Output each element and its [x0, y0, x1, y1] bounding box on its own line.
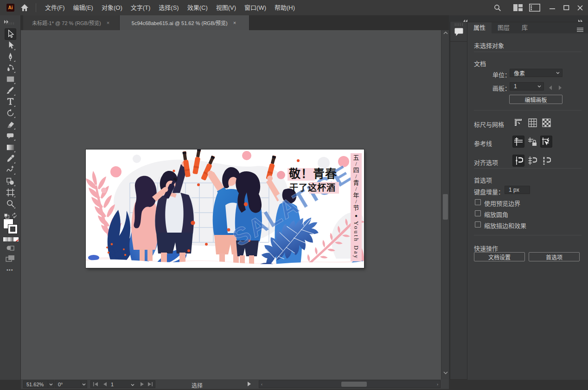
type-tool[interactable] — [5, 97, 16, 107]
lock-guides-icon[interactable] — [527, 136, 538, 147]
minimize-button[interactable] — [545, 0, 559, 15]
curvature-tool[interactable] — [5, 63, 16, 73]
menu-object[interactable]: 对象(O) — [97, 0, 127, 15]
zoom-dropdown-icon[interactable] — [48, 380, 54, 388]
scroll-down-icon[interactable] — [441, 371, 449, 378]
artboard-label: 画板： — [492, 84, 511, 92]
rectangle-tool[interactable] — [5, 74, 16, 84]
selection-tool[interactable] — [5, 29, 16, 39]
workspace-switcher-icon[interactable] — [511, 0, 525, 15]
panel-divider — [474, 168, 582, 169]
edit-artboards-button[interactable]: 编辑画板 — [509, 95, 562, 104]
rotate-tool[interactable] — [5, 108, 16, 118]
scroll-left-icon[interactable]: ‹ — [261, 382, 262, 387]
gradient-tool[interactable] — [5, 142, 16, 153]
vertical-scrollbar[interactable] — [441, 30, 449, 379]
comments-panel-icon[interactable] — [454, 27, 464, 39]
document-tab-active[interactable]: 5c94c68abe615.ai @ 51.62 % (RGB/预览) × — [120, 15, 249, 30]
quick-actions-header: 快速操作 — [474, 244, 498, 253]
last-artboard-icon[interactable] — [146, 382, 154, 387]
lasso-tool[interactable] — [5, 130, 16, 141]
show-guides-icon[interactable] — [513, 136, 524, 147]
search-icon[interactable] — [491, 0, 505, 15]
zoom-tool[interactable] — [5, 198, 16, 209]
stroke-color-swatch[interactable] — [8, 224, 18, 236]
show-transparency-grid-icon[interactable] — [541, 117, 552, 128]
illustrator-logo-icon[interactable]: Ai — [6, 4, 14, 12]
artboard-dropdown[interactable]: 1 — [510, 82, 544, 91]
artboard[interactable]: SALATIGE 敬！青春 干了这杯酒 五/四/青/年/节 ● Youth Da… — [86, 150, 364, 268]
keyboard-increment-field[interactable]: 1 px — [505, 186, 530, 194]
menu-type[interactable]: 文字(T) — [127, 0, 155, 15]
use-preview-bounds-checkbox[interactable] — [475, 199, 481, 205]
tab-properties[interactable]: 属性 — [467, 22, 492, 33]
previous-artboard-nav-icon[interactable] — [549, 84, 552, 91]
paintbrush-tool[interactable] — [5, 85, 16, 96]
show-grid-icon[interactable] — [527, 117, 538, 128]
artboard-number-value[interactable]: 1 — [111, 382, 114, 387]
horizontal-scrollbar[interactable]: ‹ › — [259, 380, 441, 388]
use-preview-bounds-label: 使用预览边界 — [484, 199, 520, 208]
tab-title: 5c94c68abe615.ai @ 51.62 % (RGB/预览) — [132, 19, 228, 26]
color-mode-button[interactable] — [3, 237, 8, 241]
menu-edit[interactable]: 编辑(E) — [69, 0, 97, 15]
toolbar-grip[interactable] — [6, 22, 15, 25]
eraser-tool[interactable] — [5, 119, 16, 130]
artboard-dropdown-icon[interactable] — [130, 383, 135, 387]
next-artboard-icon[interactable] — [138, 382, 146, 387]
next-artboard-nav-icon[interactable] — [558, 84, 562, 91]
rotation-value: 0° — [58, 382, 63, 387]
menu-select[interactable]: 选择(S) — [154, 0, 183, 15]
panel-divider — [474, 110, 582, 110]
scroll-up-icon[interactable] — [441, 32, 449, 38]
menu-file[interactable]: 文件(F) — [41, 0, 69, 15]
tab-close-icon[interactable]: × — [232, 20, 237, 26]
scale-strokes-effects-checkbox[interactable] — [475, 221, 481, 228]
tab-libraries[interactable]: 库 — [516, 22, 534, 33]
document-canvas[interactable]: SALATIGE 敬！青春 干了这杯酒 五/四/青/年/节 ● Youth Da… — [21, 30, 441, 379]
first-artboard-icon[interactable] — [91, 382, 100, 387]
menu-view[interactable]: 视图(V) — [212, 0, 240, 15]
tab-close-icon[interactable]: × — [106, 20, 110, 26]
previous-artboard-icon[interactable] — [101, 382, 109, 387]
shaper-tool[interactable] — [5, 164, 16, 175]
maximize-button[interactable] — [559, 0, 573, 15]
document-setup-button[interactable]: 文档设置 — [474, 252, 525, 261]
dock-header — [449, 15, 588, 22]
arrange-documents-icon[interactable] — [528, 0, 542, 15]
panel-menu-icon[interactable] — [577, 26, 583, 30]
unit-dropdown[interactable]: 像素 — [510, 69, 562, 77]
close-button[interactable] — [573, 0, 587, 15]
preferences-button[interactable]: 首选项 — [529, 252, 580, 261]
menu-window[interactable]: 窗口(W) — [240, 0, 270, 15]
vertical-scroll-thumb[interactable] — [443, 194, 448, 220]
draw-normal-mode-icon[interactable] — [6, 245, 14, 254]
horizontal-scroll-thumb[interactable] — [341, 382, 367, 387]
eyedropper-tool[interactable] — [5, 153, 16, 164]
scroll-right-icon[interactable]: › — [437, 382, 438, 387]
smart-guides-icon[interactable] — [541, 136, 552, 147]
shape-builder-tool[interactable] — [5, 176, 16, 187]
menubar-right-controls — [491, 0, 588, 15]
snap-to-grid-icon[interactable] — [527, 155, 538, 166]
rotation-dropdown-icon[interactable] — [81, 380, 87, 388]
home-icon[interactable] — [20, 4, 29, 12]
status-flyout-icon[interactable] — [247, 382, 251, 387]
gradient-mode-button[interactable] — [8, 237, 13, 241]
menu-help[interactable]: 帮助(H) — [270, 0, 299, 15]
edit-toolbar-ellipsis-icon[interactable]: ••• — [6, 267, 13, 273]
menubar-divider — [36, 3, 36, 12]
menu-effect[interactable]: 效果(C) — [183, 0, 212, 15]
draw-mode-icon[interactable] — [6, 255, 15, 264]
artboard-tool[interactable] — [5, 187, 16, 198]
show-rulers-icon[interactable] — [513, 117, 524, 128]
panel-strip-grip[interactable] — [455, 23, 463, 26]
snap-to-pixel-icon[interactable] — [541, 155, 552, 166]
pen-tool[interactable] — [5, 52, 16, 62]
scale-corners-checkbox[interactable] — [475, 210, 481, 216]
direct-selection-tool[interactable] — [5, 40, 16, 51]
snap-to-point-icon[interactable] — [513, 155, 524, 166]
none-mode-button[interactable] — [13, 237, 19, 241]
tab-layers[interactable]: 图层 — [492, 22, 516, 33]
document-tab-untitled[interactable]: 未标题-1* @ 72 % (RGB/预览) × — [23, 15, 120, 30]
